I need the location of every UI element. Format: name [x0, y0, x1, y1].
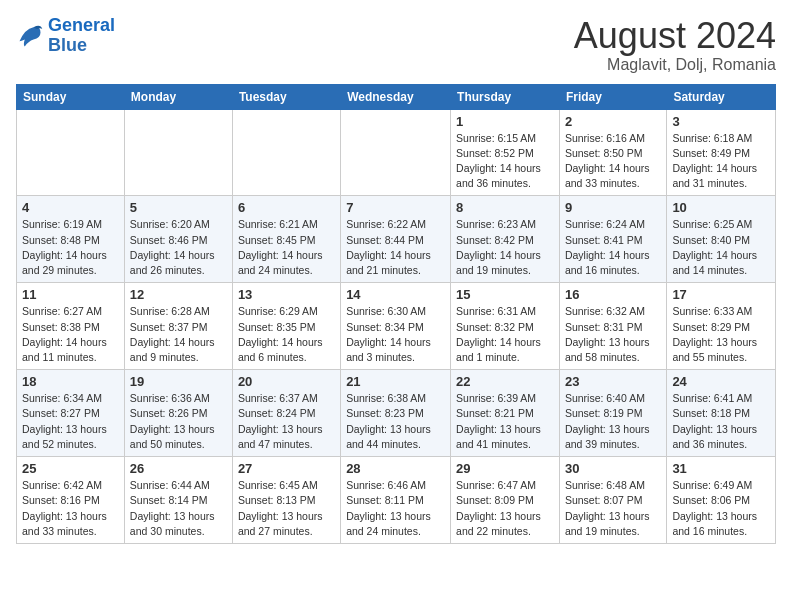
header: General Blue August 2024 Maglavit, Dolj,…	[16, 16, 776, 74]
day-number: 28	[346, 461, 445, 476]
calendar-cell: 8Sunrise: 6:23 AM Sunset: 8:42 PM Daylig…	[451, 196, 560, 283]
day-number: 14	[346, 287, 445, 302]
day-number: 13	[238, 287, 335, 302]
calendar-cell: 12Sunrise: 6:28 AM Sunset: 8:37 PM Dayli…	[124, 283, 232, 370]
calendar-cell: 24Sunrise: 6:41 AM Sunset: 8:18 PM Dayli…	[667, 370, 776, 457]
page: General Blue August 2024 Maglavit, Dolj,…	[0, 0, 792, 612]
day-number: 15	[456, 287, 554, 302]
header-tuesday: Tuesday	[232, 84, 340, 109]
day-info: Sunrise: 6:41 AM Sunset: 8:18 PM Dayligh…	[672, 391, 770, 452]
calendar-cell: 21Sunrise: 6:38 AM Sunset: 8:23 PM Dayli…	[341, 370, 451, 457]
day-info: Sunrise: 6:16 AM Sunset: 8:50 PM Dayligh…	[565, 131, 661, 192]
calendar-cell	[17, 109, 125, 196]
calendar-cell: 11Sunrise: 6:27 AM Sunset: 8:38 PM Dayli…	[17, 283, 125, 370]
calendar-cell: 22Sunrise: 6:39 AM Sunset: 8:21 PM Dayli…	[451, 370, 560, 457]
day-info: Sunrise: 6:25 AM Sunset: 8:40 PM Dayligh…	[672, 217, 770, 278]
day-info: Sunrise: 6:49 AM Sunset: 8:06 PM Dayligh…	[672, 478, 770, 539]
month-title: August 2024	[574, 16, 776, 56]
day-number: 30	[565, 461, 661, 476]
calendar-cell: 3Sunrise: 6:18 AM Sunset: 8:49 PM Daylig…	[667, 109, 776, 196]
day-info: Sunrise: 6:47 AM Sunset: 8:09 PM Dayligh…	[456, 478, 554, 539]
day-number: 18	[22, 374, 119, 389]
day-info: Sunrise: 6:23 AM Sunset: 8:42 PM Dayligh…	[456, 217, 554, 278]
day-info: Sunrise: 6:24 AM Sunset: 8:41 PM Dayligh…	[565, 217, 661, 278]
title-block: August 2024 Maglavit, Dolj, Romania	[574, 16, 776, 74]
day-info: Sunrise: 6:38 AM Sunset: 8:23 PM Dayligh…	[346, 391, 445, 452]
day-number: 26	[130, 461, 227, 476]
week-row-1: 1Sunrise: 6:15 AM Sunset: 8:52 PM Daylig…	[17, 109, 776, 196]
header-wednesday: Wednesday	[341, 84, 451, 109]
day-number: 3	[672, 114, 770, 129]
day-info: Sunrise: 6:33 AM Sunset: 8:29 PM Dayligh…	[672, 304, 770, 365]
calendar-cell: 10Sunrise: 6:25 AM Sunset: 8:40 PM Dayli…	[667, 196, 776, 283]
day-number: 9	[565, 200, 661, 215]
calendar-cell: 15Sunrise: 6:31 AM Sunset: 8:32 PM Dayli…	[451, 283, 560, 370]
day-number: 2	[565, 114, 661, 129]
day-number: 21	[346, 374, 445, 389]
day-number: 4	[22, 200, 119, 215]
day-info: Sunrise: 6:22 AM Sunset: 8:44 PM Dayligh…	[346, 217, 445, 278]
day-number: 16	[565, 287, 661, 302]
header-friday: Friday	[559, 84, 666, 109]
header-saturday: Saturday	[667, 84, 776, 109]
day-number: 19	[130, 374, 227, 389]
calendar-cell: 7Sunrise: 6:22 AM Sunset: 8:44 PM Daylig…	[341, 196, 451, 283]
day-number: 11	[22, 287, 119, 302]
calendar-cell: 5Sunrise: 6:20 AM Sunset: 8:46 PM Daylig…	[124, 196, 232, 283]
day-number: 31	[672, 461, 770, 476]
day-number: 8	[456, 200, 554, 215]
calendar-cell: 25Sunrise: 6:42 AM Sunset: 8:16 PM Dayli…	[17, 457, 125, 544]
calendar-cell: 26Sunrise: 6:44 AM Sunset: 8:14 PM Dayli…	[124, 457, 232, 544]
calendar-cell: 1Sunrise: 6:15 AM Sunset: 8:52 PM Daylig…	[451, 109, 560, 196]
calendar-cell: 6Sunrise: 6:21 AM Sunset: 8:45 PM Daylig…	[232, 196, 340, 283]
location-title: Maglavit, Dolj, Romania	[574, 56, 776, 74]
calendar-cell: 29Sunrise: 6:47 AM Sunset: 8:09 PM Dayli…	[451, 457, 560, 544]
header-monday: Monday	[124, 84, 232, 109]
day-info: Sunrise: 6:19 AM Sunset: 8:48 PM Dayligh…	[22, 217, 119, 278]
day-number: 27	[238, 461, 335, 476]
day-info: Sunrise: 6:48 AM Sunset: 8:07 PM Dayligh…	[565, 478, 661, 539]
calendar-cell	[124, 109, 232, 196]
logo: General Blue	[16, 16, 115, 56]
day-number: 22	[456, 374, 554, 389]
week-row-5: 25Sunrise: 6:42 AM Sunset: 8:16 PM Dayli…	[17, 457, 776, 544]
week-row-4: 18Sunrise: 6:34 AM Sunset: 8:27 PM Dayli…	[17, 370, 776, 457]
header-thursday: Thursday	[451, 84, 560, 109]
week-row-3: 11Sunrise: 6:27 AM Sunset: 8:38 PM Dayli…	[17, 283, 776, 370]
day-number: 1	[456, 114, 554, 129]
calendar-cell: 19Sunrise: 6:36 AM Sunset: 8:26 PM Dayli…	[124, 370, 232, 457]
day-info: Sunrise: 6:34 AM Sunset: 8:27 PM Dayligh…	[22, 391, 119, 452]
calendar-cell: 31Sunrise: 6:49 AM Sunset: 8:06 PM Dayli…	[667, 457, 776, 544]
day-number: 25	[22, 461, 119, 476]
day-info: Sunrise: 6:46 AM Sunset: 8:11 PM Dayligh…	[346, 478, 445, 539]
day-info: Sunrise: 6:18 AM Sunset: 8:49 PM Dayligh…	[672, 131, 770, 192]
weekday-header-row: Sunday Monday Tuesday Wednesday Thursday…	[17, 84, 776, 109]
calendar-cell: 23Sunrise: 6:40 AM Sunset: 8:19 PM Dayli…	[559, 370, 666, 457]
calendar-cell	[341, 109, 451, 196]
day-number: 6	[238, 200, 335, 215]
calendar-cell: 30Sunrise: 6:48 AM Sunset: 8:07 PM Dayli…	[559, 457, 666, 544]
calendar-cell: 4Sunrise: 6:19 AM Sunset: 8:48 PM Daylig…	[17, 196, 125, 283]
day-info: Sunrise: 6:21 AM Sunset: 8:45 PM Dayligh…	[238, 217, 335, 278]
week-row-2: 4Sunrise: 6:19 AM Sunset: 8:48 PM Daylig…	[17, 196, 776, 283]
day-number: 10	[672, 200, 770, 215]
day-number: 20	[238, 374, 335, 389]
calendar-cell: 17Sunrise: 6:33 AM Sunset: 8:29 PM Dayli…	[667, 283, 776, 370]
day-info: Sunrise: 6:42 AM Sunset: 8:16 PM Dayligh…	[22, 478, 119, 539]
day-number: 7	[346, 200, 445, 215]
logo-icon	[16, 22, 44, 50]
calendar-cell: 14Sunrise: 6:30 AM Sunset: 8:34 PM Dayli…	[341, 283, 451, 370]
day-number: 5	[130, 200, 227, 215]
calendar-cell: 2Sunrise: 6:16 AM Sunset: 8:50 PM Daylig…	[559, 109, 666, 196]
day-info: Sunrise: 6:31 AM Sunset: 8:32 PM Dayligh…	[456, 304, 554, 365]
day-info: Sunrise: 6:44 AM Sunset: 8:14 PM Dayligh…	[130, 478, 227, 539]
calendar-cell: 18Sunrise: 6:34 AM Sunset: 8:27 PM Dayli…	[17, 370, 125, 457]
calendar-cell: 28Sunrise: 6:46 AM Sunset: 8:11 PM Dayli…	[341, 457, 451, 544]
day-info: Sunrise: 6:20 AM Sunset: 8:46 PM Dayligh…	[130, 217, 227, 278]
day-number: 24	[672, 374, 770, 389]
calendar-cell: 13Sunrise: 6:29 AM Sunset: 8:35 PM Dayli…	[232, 283, 340, 370]
day-info: Sunrise: 6:45 AM Sunset: 8:13 PM Dayligh…	[238, 478, 335, 539]
day-info: Sunrise: 6:27 AM Sunset: 8:38 PM Dayligh…	[22, 304, 119, 365]
day-number: 29	[456, 461, 554, 476]
day-info: Sunrise: 6:30 AM Sunset: 8:34 PM Dayligh…	[346, 304, 445, 365]
